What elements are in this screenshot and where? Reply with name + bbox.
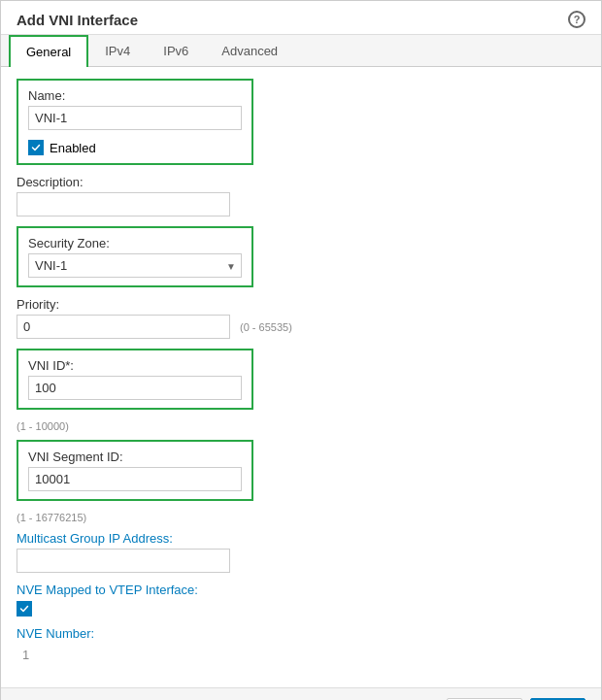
add-vni-interface-dialog: Add VNI Interface ? General IPv4 IPv6 Ad…	[0, 0, 602, 700]
nve-mapped-group: NVE Mapped to VTEP Interface:	[17, 583, 585, 617]
tab-ipv6[interactable]: IPv6	[147, 35, 205, 67]
vni-id-input[interactable]	[28, 376, 242, 400]
name-group: Name:	[28, 88, 242, 130]
description-label: Description:	[17, 175, 585, 189]
security-zone-group: Security Zone: VNI-1 ▼	[17, 226, 253, 287]
help-icon[interactable]: ?	[568, 11, 585, 28]
enabled-row: Enabled	[28, 140, 242, 155]
tab-advanced[interactable]: Advanced	[205, 35, 294, 67]
tab-general[interactable]: General	[9, 35, 88, 67]
security-zone-label: Security Zone:	[28, 236, 242, 250]
name-input[interactable]	[28, 106, 242, 130]
dialog-footer: Cancel OK	[1, 687, 601, 700]
nve-number-label: NVE Number:	[17, 626, 585, 641]
vni-id-label: VNI ID*:	[28, 358, 242, 373]
nve-mapped-checkbox[interactable]	[17, 601, 32, 617]
security-zone-select[interactable]: VNI-1	[28, 253, 242, 278]
description-input[interactable]	[17, 192, 230, 217]
enabled-label: Enabled	[50, 141, 96, 155]
nve-mapped-row	[17, 601, 585, 617]
vni-segment-label: VNI Segment ID:	[28, 450, 242, 464]
vni-segment-hint: (1 - 16776215)	[17, 512, 585, 523]
vni-id-group: VNI ID*:	[17, 349, 253, 410]
description-group: Description:	[17, 175, 585, 217]
name-enabled-group: Name: Enabled	[17, 79, 253, 165]
vni-id-hint: (1 - 10000)	[17, 420, 585, 432]
tab-bar: General IPv4 IPv6 Advanced	[1, 35, 601, 67]
tab-ipv4[interactable]: IPv4	[88, 35, 147, 67]
name-label: Name:	[28, 88, 242, 103]
priority-row: (0 - 65535)	[17, 315, 585, 339]
enabled-checkbox[interactable]	[28, 140, 44, 155]
priority-group: Priority: (0 - 65535)	[17, 297, 585, 339]
vni-segment-group: VNI Segment ID:	[17, 440, 253, 501]
nve-mapped-label: NVE Mapped to VTEP Interface:	[17, 583, 585, 597]
nve-number-value: 1	[17, 644, 585, 666]
multicast-group: Multicast Group IP Address:	[17, 531, 585, 573]
priority-label: Priority:	[17, 297, 585, 312]
dialog-title: Add VNI Interface	[17, 12, 138, 28]
dialog-body: Name: Enabled Description: Security Zone…	[1, 67, 601, 687]
multicast-input[interactable]	[17, 549, 230, 573]
dialog-header: Add VNI Interface ?	[1, 1, 601, 35]
priority-input[interactable]	[17, 315, 230, 339]
multicast-label: Multicast Group IP Address:	[17, 531, 585, 546]
security-zone-select-wrapper: VNI-1 ▼	[28, 253, 242, 278]
priority-hint: (0 - 65535)	[240, 321, 292, 333]
nve-number-group: NVE Number: 1	[17, 626, 585, 666]
vni-segment-input[interactable]	[28, 467, 242, 491]
